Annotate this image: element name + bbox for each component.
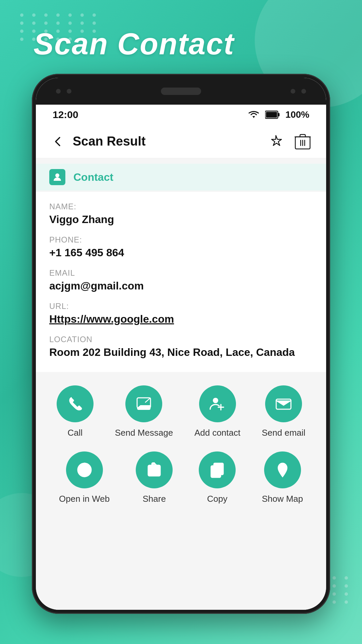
contact-type-banner: Contact (36, 164, 326, 191)
svg-point-23 (281, 466, 284, 470)
page-title: Scan Contact (34, 27, 234, 61)
copy-label: Copy (207, 494, 228, 504)
status-bar: 12:00 100% (36, 105, 326, 125)
svg-point-11 (213, 398, 218, 403)
camera-dot-4 (301, 89, 306, 94)
share-button[interactable]: Share (136, 451, 173, 504)
details-card: NAME: Viggo Zhang PHONE: +1 165 495 864 … (36, 192, 326, 372)
copy-button[interactable]: Copy (199, 451, 236, 504)
delete-button[interactable] (293, 131, 313, 152)
camera-dots-right (291, 89, 306, 94)
svg-rect-22 (211, 466, 221, 477)
phone-value: +1 165 495 864 (49, 247, 313, 259)
share-circle (136, 451, 173, 488)
send-email-button[interactable]: Send email (262, 385, 305, 438)
call-button[interactable]: Call (57, 385, 94, 438)
call-label: Call (67, 428, 82, 438)
contact-type-label: Contact (73, 171, 113, 183)
status-time: 12:00 (53, 109, 78, 120)
globe-icon (76, 461, 93, 479)
show-map-button[interactable]: Show Map (262, 451, 303, 504)
contact-icon-box (49, 169, 65, 185)
copy-icon (208, 461, 226, 479)
name-row: NAME: Viggo Zhang (49, 202, 313, 226)
send-message-circle (125, 385, 162, 422)
svg-rect-3 (278, 113, 280, 116)
speaker (161, 88, 201, 95)
map-icon (274, 461, 291, 479)
email-row: EMAIL acjgm@gmail.com (49, 268, 313, 292)
open-web-circle (66, 451, 103, 488)
header-title: Scan Result (73, 134, 266, 149)
url-label: URL: (49, 302, 313, 311)
send-message-label: Send Message (115, 428, 173, 438)
open-web-button[interactable]: Open in Web (59, 451, 110, 504)
show-map-circle (264, 451, 301, 488)
actions-row-1: Call Send Message (46, 385, 316, 438)
wifi-icon (248, 110, 260, 119)
share-label: Share (143, 494, 166, 504)
location-label: LOCATION (49, 335, 313, 344)
phone-top-bar (36, 78, 326, 105)
back-button[interactable] (49, 133, 66, 150)
phone-frame: 12:00 100% (32, 74, 330, 614)
status-icons: 100% (248, 109, 309, 120)
person-add-icon (209, 395, 226, 413)
copy-circle (199, 451, 236, 488)
phone-label: PHONE: (49, 235, 313, 245)
email-icon (275, 395, 292, 413)
battery-icon (265, 110, 280, 119)
phone-row: PHONE: +1 165 495 864 (49, 235, 313, 259)
url-row: URL: Https://www.google.com (49, 302, 313, 325)
location-row: LOCATION Room 202 Building 43, Nice Road… (49, 335, 313, 359)
battery-percent: 100% (285, 109, 309, 120)
add-contact-button[interactable]: Add contact (194, 385, 240, 438)
svg-point-9 (55, 173, 59, 177)
header-actions (266, 131, 313, 152)
camera-dot-3 (291, 89, 295, 94)
name-label: NAME: (49, 202, 313, 211)
phone-icon (66, 395, 84, 413)
url-value[interactable]: Https://www.google.com (49, 313, 313, 325)
call-circle (57, 385, 94, 422)
camera-dot-2 (67, 89, 71, 94)
email-value: acjgm@gmail.com (49, 280, 313, 292)
phone-inner: 12:00 100% (36, 78, 326, 610)
share-icon (145, 461, 163, 479)
show-map-label: Show Map (262, 494, 303, 504)
open-web-label: Open in Web (59, 494, 110, 504)
favorite-button[interactable] (266, 131, 286, 152)
app-header: Scan Result (36, 125, 326, 158)
phone-screen: 12:00 100% (36, 105, 326, 610)
contact-person-icon (52, 172, 62, 182)
send-email-label: Send email (262, 428, 305, 438)
camera-dot (56, 89, 61, 94)
name-value: Viggo Zhang (49, 213, 313, 226)
camera-dots (56, 89, 71, 94)
actions-row-2: Open in Web S (46, 451, 316, 504)
add-contact-circle (199, 385, 236, 422)
svg-marker-0 (252, 116, 255, 118)
send-email-circle (265, 385, 302, 422)
send-message-button[interactable]: Send Message (115, 385, 173, 438)
location-value: Room 202 Building 43, Nice Road, Lace, C… (49, 346, 313, 359)
message-icon (135, 395, 153, 413)
email-label: EMAIL (49, 268, 313, 278)
actions-section: Call Send Message (36, 372, 326, 528)
svg-rect-2 (266, 112, 277, 118)
add-contact-label: Add contact (194, 428, 240, 438)
